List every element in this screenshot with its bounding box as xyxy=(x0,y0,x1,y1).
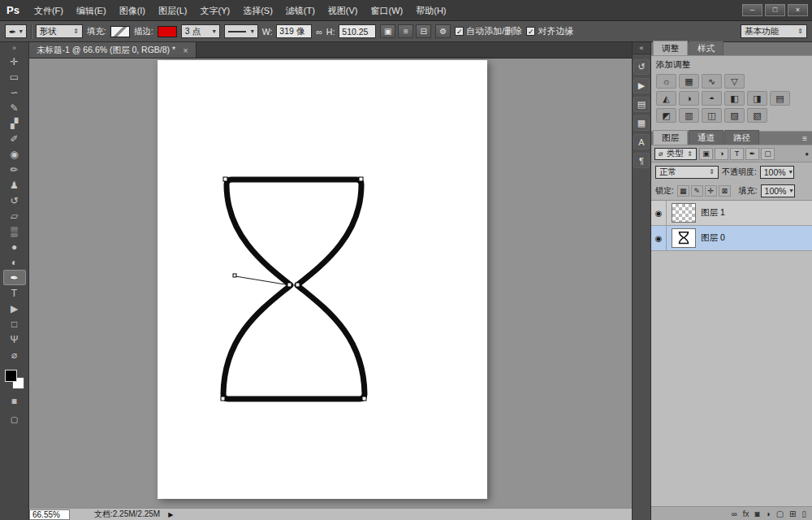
layer-group-icon[interactable]: ▢ xyxy=(776,508,784,520)
filter-type-select[interactable]: ⌀ 类型 ⇕ xyxy=(654,148,697,160)
fill-opacity-select[interactable]: 100% ▾ xyxy=(761,184,795,197)
menu-item[interactable]: 滤镜(T) xyxy=(279,0,322,21)
lock-pixels-icon[interactable]: ✎ xyxy=(691,185,703,197)
anchor-point[interactable] xyxy=(223,177,227,181)
opacity-select[interactable]: 100% ▾ xyxy=(760,166,794,179)
hand-tool[interactable]: Ψ xyxy=(3,332,26,347)
stroke-type-select[interactable]: ▾ xyxy=(224,24,258,38)
anchor-point[interactable] xyxy=(359,177,363,181)
path-align-button[interactable]: ≡ xyxy=(398,24,413,38)
filter-pixel-layers-icon[interactable]: ▣ xyxy=(699,148,713,160)
filter-shape-layers-icon[interactable]: ✒ xyxy=(745,148,759,160)
selective-color-icon[interactable]: ▧ xyxy=(747,108,767,123)
zoom-tool[interactable]: ⌀ xyxy=(3,347,26,362)
exposure-icon[interactable]: ▽ xyxy=(724,74,745,89)
history-panel-icon[interactable]: ↺ xyxy=(633,59,650,75)
tool-preset-picker[interactable]: ✒ ▾ xyxy=(5,24,27,38)
lock-position-icon[interactable]: ✛ xyxy=(705,185,717,197)
link-dimensions-icon[interactable]: ∞ xyxy=(316,27,322,37)
zoom-level-input[interactable]: 66.55% xyxy=(29,509,70,520)
info-panel-icon[interactable]: ▤ xyxy=(633,97,650,112)
filter-toggle-icon[interactable]: ● xyxy=(805,150,809,158)
panel-tab[interactable]: 调整 xyxy=(653,41,688,55)
gear-icon[interactable]: ⚙ xyxy=(435,24,451,38)
visibility-eye-icon[interactable]: ◉ xyxy=(651,201,667,225)
visibility-eye-icon[interactable]: ◉ xyxy=(651,226,667,250)
layer-row-0[interactable]: ◉ 图层 0 xyxy=(651,226,812,251)
history-brush-tool[interactable]: ↺ xyxy=(3,193,26,208)
lasso-tool[interactable]: ∽ xyxy=(3,84,26,100)
menu-item[interactable]: 帮助(H) xyxy=(409,0,452,21)
close-button[interactable]: × xyxy=(788,4,808,16)
expand-panels-icon[interactable]: « xyxy=(633,42,650,54)
invert-icon[interactable]: ◩ xyxy=(656,108,676,123)
pen-tool[interactable]: ✒ xyxy=(3,270,26,285)
menu-item[interactable]: 图层(L) xyxy=(152,0,193,21)
marquee-tool[interactable]: ▭ xyxy=(3,69,26,84)
link-layers-icon[interactable]: ∞ xyxy=(732,508,737,520)
color-balance-icon[interactable]: ◓ xyxy=(702,91,722,106)
layer-row-1[interactable]: ◉ 图层 1 xyxy=(651,201,812,226)
fill-swatch[interactable] xyxy=(110,26,130,37)
brightness-contrast-icon[interactable]: ☼ xyxy=(656,74,676,89)
height-input[interactable]: 510.25 xyxy=(339,24,376,38)
layer-thumbnail[interactable] xyxy=(672,203,696,223)
panel-tab[interactable]: 通道 xyxy=(689,130,723,145)
menu-item[interactable]: 编辑(E) xyxy=(70,0,113,21)
panel-tab[interactable]: 路径 xyxy=(724,130,759,145)
dodge-tool[interactable]: ◐ xyxy=(3,254,26,270)
panel-tab[interactable]: 样式 xyxy=(689,41,723,55)
document-canvas[interactable] xyxy=(158,60,487,499)
gradient-tool[interactable]: ▒ xyxy=(3,223,26,239)
quick-selection-tool[interactable]: ✎ xyxy=(3,100,26,115)
histogram-panel-icon[interactable]: ▦ xyxy=(633,115,650,131)
menu-item[interactable]: 图像(I) xyxy=(113,0,152,21)
clone-stamp-tool[interactable]: ♟ xyxy=(3,177,26,193)
status-options-arrow[interactable]: ▶ xyxy=(168,511,173,518)
levels-icon[interactable]: ▦ xyxy=(679,74,699,89)
paragraph-panel-icon[interactable]: ¶ xyxy=(633,153,650,168)
path-operations-button[interactable]: ▣ xyxy=(380,24,395,38)
tab-close-icon[interactable]: × xyxy=(183,46,188,55)
photo-filter-icon[interactable]: ◨ xyxy=(747,91,767,106)
healing-brush-tool[interactable]: ◉ xyxy=(3,146,26,162)
curves-icon[interactable]: ∿ xyxy=(702,74,722,89)
threshold-icon[interactable]: ◫ xyxy=(702,108,722,123)
document-tab[interactable]: 未标题-1 @ 66.6% (图层 0, RGB/8) * × xyxy=(29,42,197,58)
hourglass-path[interactable] xyxy=(223,180,365,399)
menu-item[interactable]: 文字(Y) xyxy=(193,0,236,21)
menu-item[interactable]: 视图(V) xyxy=(322,0,365,21)
panel-tab[interactable]: 图层 xyxy=(653,130,688,145)
workspace-switcher[interactable]: 基本功能 ⇕ xyxy=(741,24,807,38)
restore-button[interactable]: □ xyxy=(765,4,785,16)
lock-all-icon[interactable]: ⊠ xyxy=(719,185,731,197)
filter-adjustment-layers-icon[interactable]: ◑ xyxy=(715,148,728,160)
tool-mode-select[interactable]: 形状 ⇕ xyxy=(36,24,83,38)
anchor-point[interactable] xyxy=(362,396,366,401)
blur-tool[interactable]: ● xyxy=(3,239,26,254)
type-tool[interactable]: T xyxy=(3,285,26,301)
menu-item[interactable]: 选择(S) xyxy=(236,0,279,21)
hue-saturation-icon[interactable]: ◑ xyxy=(679,91,699,106)
bezier-handle-point[interactable] xyxy=(233,274,236,277)
eraser-tool[interactable]: ▱ xyxy=(3,208,26,223)
gradient-map-icon[interactable]: ▨ xyxy=(724,108,745,123)
delete-layer-icon[interactable]: ▯ xyxy=(801,508,806,520)
channel-mixer-icon[interactable]: ▤ xyxy=(770,91,790,106)
toolbar-collapse-icon[interactable]: » xyxy=(12,44,16,54)
menu-item[interactable]: 文件(F) xyxy=(28,0,70,21)
align-edges-checkbox[interactable]: ✓ 对齐边缘 xyxy=(526,25,573,37)
menu-item[interactable]: 窗口(W) xyxy=(365,0,410,21)
anchor-point[interactable] xyxy=(296,283,300,287)
width-input[interactable]: 319 像 xyxy=(276,24,312,38)
stroke-width-select[interactable]: 3 点 ▾ xyxy=(181,24,220,38)
anchor-point[interactable] xyxy=(287,283,292,287)
filter-type-layers-icon[interactable]: T xyxy=(730,148,744,160)
minimize-button[interactable]: – xyxy=(742,4,762,16)
auto-add-delete-checkbox[interactable]: ✓ 自动添加/删除 xyxy=(455,25,522,37)
black-white-icon[interactable]: ◧ xyxy=(724,91,745,106)
eyedropper-tool[interactable]: ✐ xyxy=(3,131,26,146)
posterize-icon[interactable]: ▥ xyxy=(679,108,699,123)
foreground-color-swatch[interactable] xyxy=(5,370,17,382)
lock-transparency-icon[interactable]: ▦ xyxy=(677,185,689,197)
